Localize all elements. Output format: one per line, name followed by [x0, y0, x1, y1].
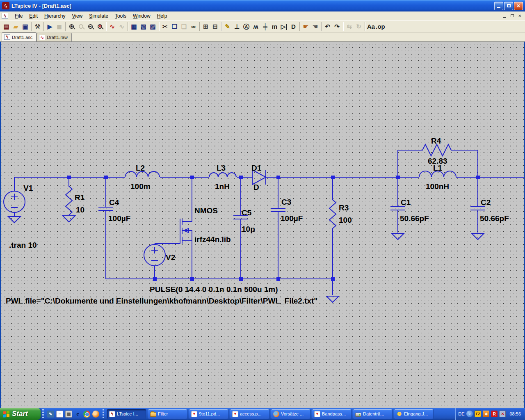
toolbar-spice-directive-button[interactable]: .op	[376, 21, 385, 31]
toolbar-place-capacitor-button[interactable]: ╪	[260, 21, 270, 31]
label-r3[interactable]: R3	[339, 203, 349, 212]
component-L3[interactable]	[209, 173, 236, 177]
toolbar-zoom-out-button[interactable]: −	[86, 21, 95, 31]
component-C1[interactable]	[390, 177, 405, 240]
toolbar-print-button[interactable]: ⊟	[210, 21, 220, 31]
component-L2[interactable]	[125, 171, 160, 177]
component-V1[interactable]	[4, 177, 25, 223]
label-v1[interactable]: V1	[23, 184, 33, 192]
label-c5[interactable]: C5	[242, 208, 252, 217]
avira-icon[interactable]: R	[491, 411, 498, 417]
label-v2[interactable]: V2	[166, 253, 175, 262]
toolbar-place-resistor-button[interactable]: ʍ	[251, 21, 260, 31]
minimize-button[interactable]	[494, 2, 503, 10]
calculator-icon[interactable]: ▦	[65, 411, 72, 418]
toolbar-place-diode-button[interactable]: ▷|	[279, 21, 289, 31]
component-NMOS[interactable]	[155, 177, 192, 279]
chrome-icon[interactable]	[83, 411, 90, 418]
taskbar-button-bandpass[interactable]: ▼Bandpass...	[312, 409, 352, 419]
value-l2[interactable]: 100m	[130, 182, 151, 191]
close-button[interactable]: ✕	[514, 2, 523, 10]
directive-tran[interactable]: .tran 10	[9, 241, 37, 249]
toolbar-autorange-y-axis-button[interactable]: ∿	[107, 21, 117, 31]
value-r1[interactable]: 10	[76, 205, 84, 214]
schematic-canvas[interactable]: V1 R1 10 C4 100µF L2 100m L3 1nH D1 D NM…	[0, 41, 525, 408]
toolbar-place-ground-button[interactable]: ⊥	[232, 21, 242, 31]
component-C2[interactable]	[470, 177, 485, 240]
toolbar-print-preview-button[interactable]: ⊞	[201, 21, 210, 31]
taskbar-button-eingang-j[interactable]: ❁Eingang.J...	[394, 409, 434, 419]
taskbar-button-9to11-pd[interactable]: ▼9to11.pd...	[189, 409, 228, 419]
taskbar-button-datentr[interactable]: Datenträ...	[353, 409, 393, 419]
menu-edit[interactable]: Edit	[26, 12, 41, 20]
menu-help[interactable]: Help	[154, 12, 171, 20]
label-c1[interactable]: C1	[401, 198, 411, 207]
menu-tools[interactable]: Tools	[112, 12, 130, 20]
mdi-minimize-button[interactable]	[501, 13, 508, 19]
toolbar-add-text-button[interactable]: Aa	[366, 21, 376, 31]
value-c2[interactable]: 50.66pF	[480, 214, 509, 223]
mdi-close-button[interactable]: ✕	[516, 13, 523, 19]
toolbar-drag-button[interactable]: ☚	[310, 21, 320, 31]
toolbar-save-button[interactable]: ▣	[21, 21, 30, 31]
hide-icons-icon[interactable]: ‹	[466, 411, 473, 417]
menu-hierarchy[interactable]: Hierarchy	[41, 12, 68, 20]
menu-view[interactable]: View	[68, 12, 86, 20]
menu-window[interactable]: Window	[130, 12, 154, 20]
toolbar-control-panel-hammer-button[interactable]: ⚒	[33, 21, 42, 31]
toolbar-new-schematic-button[interactable]: ▤	[2, 21, 11, 31]
tab-draft1.raw[interactable]: ∿Draft1.raw	[37, 33, 72, 41]
network-offline-icon[interactable]: ✕	[499, 411, 506, 417]
directive-pulse[interactable]: PULSE(0 14.4 0 0.1n 0.1n 500u 1m)	[150, 285, 278, 294]
taskbar-button-filter[interactable]: Filter	[148, 409, 187, 419]
label-c2[interactable]: C2	[481, 198, 491, 207]
component-C4[interactable]	[98, 177, 113, 279]
value-r3[interactable]: 100	[339, 216, 352, 224]
toolbar-move-button[interactable]: ☛	[301, 21, 310, 31]
toolbar-run-simulation-button[interactable]: ▶	[45, 21, 55, 31]
taskbar-button-vors-tze[interactable]: Vorsätze ...	[271, 409, 310, 419]
tasks-handle[interactable]	[103, 409, 104, 419]
toolbar-place-inductor-button[interactable]: m	[270, 21, 279, 31]
label-d1[interactable]: D1	[251, 164, 262, 172]
label-r1[interactable]: R1	[75, 193, 85, 202]
clock[interactable]: 08:56	[509, 411, 521, 416]
component-V2[interactable]	[144, 244, 165, 279]
label-l3[interactable]: L3	[217, 164, 226, 172]
toolbar-place-net-label-button[interactable]: Ⓐ	[242, 21, 251, 31]
toolbar-cascade-windows-button[interactable]: ▨	[148, 21, 158, 31]
toolbar-redo-button[interactable]: ↷	[332, 21, 342, 31]
menu-simulate[interactable]: Simulate	[86, 12, 112, 20]
start-button[interactable]: Start	[0, 408, 41, 420]
notes-icon[interactable]: ≡	[56, 411, 63, 418]
toolbar-undo-button[interactable]: ↶	[323, 21, 332, 31]
value-l1[interactable]: 100nH	[426, 182, 449, 191]
label-l1[interactable]: L1	[433, 164, 443, 172]
toolbar-cut-button[interactable]: ✂	[160, 21, 170, 31]
label-l2[interactable]: L2	[136, 164, 145, 172]
value-c3[interactable]: 100µF	[281, 214, 303, 223]
toolbar-zoom-in-button[interactable]: +	[67, 21, 76, 31]
value-d1[interactable]: D	[253, 183, 259, 192]
toolbar-find-button[interactable]: ∞	[189, 21, 198, 31]
filezilla-icon[interactable]: FZ	[475, 411, 481, 417]
toolbar-zoom-full-extents-button[interactable]: ✕	[95, 21, 105, 31]
toolbar-tile-horizontally-button[interactable]: ▦	[129, 21, 139, 31]
internet-explorer-icon[interactable]: e	[74, 411, 81, 418]
toolbar-draw-wire-button[interactable]: ✎	[223, 21, 232, 31]
directive-pwl[interactable]: PWL file="C:\Dokumente und Einstellungen…	[6, 297, 317, 305]
label-c4[interactable]: C4	[109, 198, 119, 207]
toolbar-place-component-button[interactable]: D	[289, 21, 298, 31]
restore-button[interactable]	[504, 2, 513, 10]
value-l3[interactable]: 1nH	[215, 182, 230, 191]
component-C3[interactable]	[271, 177, 285, 279]
taskbar-button-ltspice-i[interactable]: ϟLTspice I...	[107, 409, 146, 419]
component-R3[interactable]	[326, 177, 339, 302]
toolbar-open-file-button[interactable]: ▰	[11, 21, 21, 31]
toolbar-tile-vertically-button[interactable]: ▧	[139, 21, 148, 31]
component-R1[interactable]	[63, 177, 75, 222]
label-nmos[interactable]: NMOS	[194, 206, 218, 215]
language-indicator[interactable]: DE	[458, 411, 464, 416]
taskbar-button-access-p[interactable]: ▼access.p...	[230, 409, 269, 419]
tab-draft1.asc[interactable]: ϟDraft1.asc	[2, 32, 37, 41]
